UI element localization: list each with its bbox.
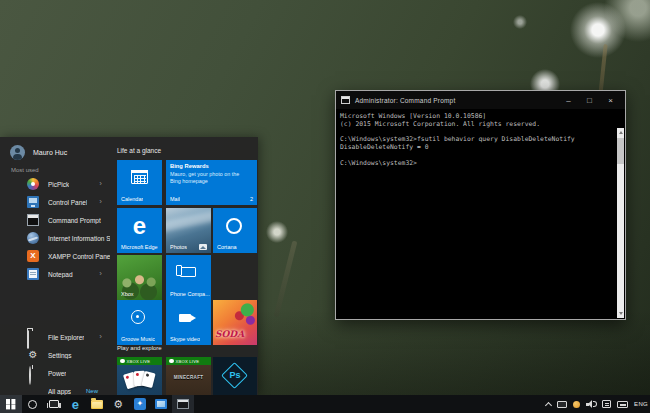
picpick-icon [27, 178, 39, 190]
taskbar-file-explorer-button[interactable] [86, 395, 108, 413]
network-icon[interactable] [557, 401, 567, 408]
tile-phone-companion[interactable]: Phone Compa... [166, 255, 211, 300]
notepad-icon [27, 268, 39, 280]
iis-icon [27, 232, 39, 244]
cmd-line: DisableDeleteNotify = 0 [340, 144, 613, 152]
minecraft-logo: MINECRAFT [166, 375, 211, 380]
user-account[interactable]: Mauro Huc [10, 145, 67, 160]
tray-app-icon[interactable] [573, 401, 580, 408]
menu-item-iis[interactable]: Internet Information Services (IIS)... [0, 229, 112, 247]
command-prompt-icon [27, 214, 39, 226]
menu-item-notepad[interactable]: Notepad › [0, 265, 112, 283]
chevron-right-icon[interactable]: › [99, 180, 102, 188]
scrollbar-thumb[interactable] [617, 138, 624, 164]
tile-minecraft[interactable]: XBOX LIVE MINECRAFT [166, 357, 211, 395]
taskbar-search-button[interactable] [22, 395, 44, 413]
cortana-icon [226, 218, 242, 234]
scroll-up-icon[interactable] [619, 131, 623, 134]
start-button[interactable] [0, 395, 22, 413]
tile-calendar[interactable]: Calendar [117, 160, 162, 205]
chevron-right-icon[interactable]: › [99, 333, 102, 341]
menu-item-command-prompt[interactable]: Command Prompt [0, 211, 112, 229]
groove-music-icon [131, 310, 145, 324]
cmd-output-area[interactable]: Microsoft Windows [Version 10.0.10586] (… [336, 109, 625, 319]
action-center-icon[interactable] [602, 400, 611, 408]
tile-xbox[interactable]: Xbox [117, 255, 162, 300]
tile-groove-music[interactable]: Groove Music [117, 300, 162, 345]
menu-item-power[interactable]: Power [0, 364, 112, 382]
volume-icon[interactable] [586, 400, 596, 408]
command-prompt-icon [177, 399, 189, 409]
menu-item-picpick[interactable]: PicPick › [0, 175, 112, 193]
start-menu: Mauro Huc Most used PicPick › Control Pa… [0, 137, 258, 395]
user-name: Mauro Huc [33, 149, 67, 156]
task-view-button[interactable] [43, 395, 65, 413]
taskbar-command-prompt-button[interactable] [172, 395, 194, 413]
command-prompt-icon [341, 96, 350, 104]
cortana-search-icon [28, 400, 37, 409]
close-button[interactable]: × [600, 91, 621, 109]
video-camera-icon [179, 314, 191, 322]
phone-companion-icon [180, 267, 196, 277]
tile-photoshop-express[interactable]: Ps [213, 357, 257, 395]
edge-icon: e [117, 212, 162, 240]
xbox-live-icon [120, 359, 125, 364]
calendar-icon [131, 170, 148, 184]
cmd-titlebar[interactable]: Administrator: Command Prompt – □ × [336, 91, 625, 109]
chevron-right-icon[interactable]: › [99, 270, 102, 278]
cmd-scrollbar[interactable] [617, 128, 624, 318]
control-panel-icon [27, 196, 39, 208]
taskbar-edge-button[interactable]: e [65, 395, 87, 413]
menu-item-control-panel[interactable]: Control Panel › [0, 193, 112, 211]
tile-solitaire[interactable]: XBOX LIVE [117, 357, 162, 395]
xbox-live-banner: XBOX LIVE [117, 357, 162, 365]
language-indicator[interactable]: ENG [634, 401, 648, 407]
menu-item-file-explorer[interactable]: File Explorer › [0, 328, 112, 346]
user-avatar [10, 145, 25, 160]
menu-item-settings[interactable]: ⚙ Settings [0, 346, 112, 364]
mail-notification-body: Mauro, get your photo on the Bing homepa… [170, 171, 250, 184]
photo-icon [199, 244, 207, 250]
system-tray: ENG [546, 395, 648, 413]
new-badge: New [86, 388, 98, 394]
mail-unread-count: 2 [250, 196, 253, 202]
tile-skype-video[interactable]: Skype video [166, 300, 211, 345]
xbox-live-icon [169, 359, 174, 364]
picpick-icon: ✦ [134, 398, 146, 410]
task-view-icon [49, 400, 59, 408]
taskbar-picpick-button[interactable]: ✦ [129, 395, 151, 413]
group-header-play-and-explore: Play and explore [117, 345, 162, 351]
menu-item-all-apps[interactable]: All apps New [0, 382, 112, 395]
chevron-right-icon[interactable]: › [99, 198, 102, 206]
xampp-icon [27, 250, 39, 262]
photoshop-logo: Ps [213, 370, 257, 380]
tile-candy-crush-soda[interactable]: SODA [213, 300, 257, 345]
taskbar: e ⚙ ✦ ENG [0, 395, 650, 413]
tile-photos[interactable]: Photos [166, 208, 211, 253]
scroll-down-icon[interactable] [619, 312, 623, 315]
edge-icon: e [72, 398, 79, 411]
phone-icon [176, 265, 182, 276]
taskbar-settings-button[interactable]: ⚙ [108, 395, 130, 413]
maximize-button[interactable]: □ [579, 91, 600, 109]
tile-mail[interactable]: Bing Rewards Mauro, get your photo on th… [166, 160, 257, 205]
gear-icon: ⚙ [27, 349, 39, 361]
group-header-life-at-a-glance: Life at a glance [117, 147, 161, 154]
show-hidden-icons-chevron[interactable] [545, 401, 552, 408]
tile-cortana[interactable]: Cortana [213, 208, 257, 253]
soda-logo: SODA [215, 329, 244, 339]
cmd-prompt-line: C:\Windows\system32> [340, 160, 613, 168]
windows-logo-icon [6, 399, 16, 409]
minimize-button[interactable]: – [558, 91, 579, 109]
touch-keyboard-icon[interactable] [617, 401, 628, 408]
tile-microsoft-edge[interactable]: e Microsoft Edge [117, 208, 162, 253]
mail-notification-title: Bing Rewards [170, 163, 209, 169]
photos-app-icon [155, 399, 167, 409]
taskbar-photos-button[interactable] [151, 395, 173, 413]
most-used-label: Most used [11, 167, 39, 173]
gear-icon: ⚙ [113, 398, 123, 410]
cmd-window-title: Administrator: Command Prompt [355, 97, 455, 104]
xbox-live-banner: XBOX LIVE [166, 357, 211, 365]
menu-item-xampp[interactable]: XAMPP Control Panel [0, 247, 112, 265]
cmd-line: (c) 2015 Microsoft Corporation. All righ… [340, 121, 613, 129]
